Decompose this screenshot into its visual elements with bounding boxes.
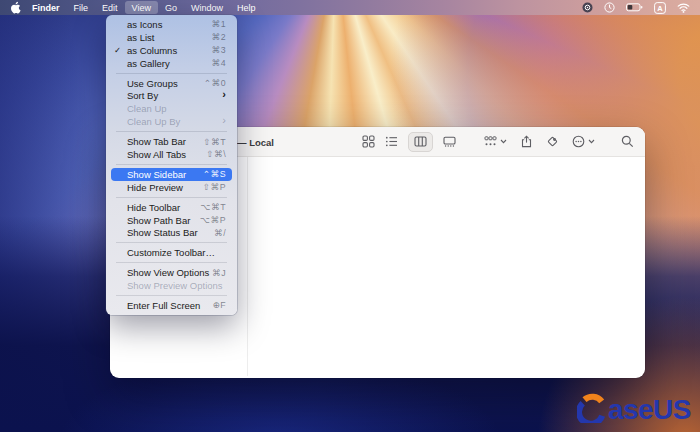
menubar-item[interactable]: Finder (25, 1, 67, 14)
menu-separator: ✓ › (116, 131, 227, 132)
gallery-view-button[interactable] (443, 135, 456, 148)
view-menu-item[interactable]: ✓ Show All Tabs ⇧⌘\ › (111, 148, 232, 161)
toolbar-icons (362, 127, 634, 156)
desktop: FinderFileEditViewGoWindowHelp A — Local (0, 0, 700, 432)
view-menu-item[interactable]: ✓ Customize Toolbar… › (111, 246, 232, 259)
list-view-button[interactable] (385, 135, 398, 148)
icon-view-button[interactable] (362, 135, 375, 148)
menu-separator: ✓ › (116, 73, 227, 74)
menubar-item[interactable]: View (125, 1, 158, 14)
view-menu-dropdown: ✓ as Icons ⌘1 › ✓ as List ⌘2 › ✓ as Colu… (106, 15, 237, 315)
view-menu-item[interactable]: ✓ as Columns ⌘3 › (111, 44, 232, 57)
tags-button[interactable] (546, 135, 559, 148)
view-menu-item[interactable]: ✓ Show Tab Bar ⇧⌘T › (111, 135, 232, 148)
view-menu-item[interactable]: ✓ Use Groups ⌃⌘0 › (111, 77, 232, 90)
view-menu-item[interactable]: ✓ Hide Toolbar ⌥⌘T › (111, 201, 232, 214)
menu-separator: ✓ › (116, 164, 227, 165)
submenu-chevron-icon: › (222, 115, 226, 126)
search-button[interactable] (621, 135, 634, 148)
view-menu-item[interactable]: ✓ Hide Preview ⇧⌘P › (111, 181, 232, 194)
easeus-watermark: aseUS (577, 393, 691, 427)
apple-menu-icon[interactable] (10, 1, 21, 14)
view-menu-item: ✓ Clean Up By › (111, 115, 232, 128)
menu-separator: ✓ › (116, 295, 227, 296)
easeus-logo-icon (577, 393, 607, 427)
column-view-button-selected[interactable] (408, 132, 433, 152)
view-menu-item[interactable]: ✓ Show View Options ⌘J › (111, 266, 232, 279)
view-menu-item[interactable]: ✓ as List ⌘2 › (111, 31, 232, 44)
menu-bar: FinderFileEditViewGoWindowHelp A (0, 0, 700, 15)
svg-text:A: A (657, 3, 663, 12)
wifi-icon[interactable] (677, 2, 690, 13)
menubar-item[interactable]: Window (184, 1, 230, 14)
view-menu-item[interactable]: ✓ Show Path Bar ⌥⌘P › (111, 214, 232, 227)
group-by-button[interactable] (484, 135, 507, 148)
view-menu-item[interactable]: ✓ Enter Full Screen ⊕F › (111, 299, 232, 312)
view-menu-item[interactable]: ✓ Show Sidebar ⌃⌘S › (111, 168, 232, 181)
view-menu-item[interactable]: ✓ Show Status Bar ⌘/ › (111, 226, 232, 239)
battery-icon[interactable] (626, 3, 643, 12)
menu-separator: ✓ › (116, 242, 227, 243)
view-menu-item[interactable]: ✓ Sort By › (111, 89, 232, 102)
menubar-item[interactable]: Help (230, 1, 263, 14)
menu-separator: ✓ › (116, 262, 227, 263)
menu-separator: ✓ › (116, 197, 227, 198)
submenu-chevron-icon: › (222, 89, 226, 100)
window-title: — Local (237, 136, 274, 147)
column-divider[interactable] (247, 157, 248, 376)
share-button[interactable] (520, 135, 533, 148)
menubar-item[interactable]: Edit (95, 1, 125, 14)
menubar-status-area: A (582, 2, 700, 14)
menubar-item[interactable]: File (67, 1, 96, 14)
view-menu-item: ✓ Show Preview Options › (111, 279, 232, 292)
chevron-down-icon (588, 139, 595, 144)
more-actions-button[interactable] (572, 135, 595, 148)
view-menu-item: ✓ Clean Up › (111, 102, 232, 115)
view-menu-item[interactable]: ✓ as Gallery ⌘4 › (111, 57, 232, 70)
view-menu-item[interactable]: ✓ as Icons ⌘1 › (111, 18, 232, 31)
menubar-item[interactable]: Go (158, 1, 184, 14)
chevron-down-icon (500, 139, 507, 144)
screenshot-app-menu-icon[interactable] (582, 2, 593, 13)
clock-menu-icon[interactable] (604, 2, 615, 13)
input-source-icon[interactable]: A (654, 2, 666, 14)
checkmark-icon: ✓ (114, 45, 125, 55)
easeus-logo-text: aseUS (608, 396, 691, 424)
menubar-menus: FinderFileEditViewGoWindowHelp (25, 1, 262, 14)
